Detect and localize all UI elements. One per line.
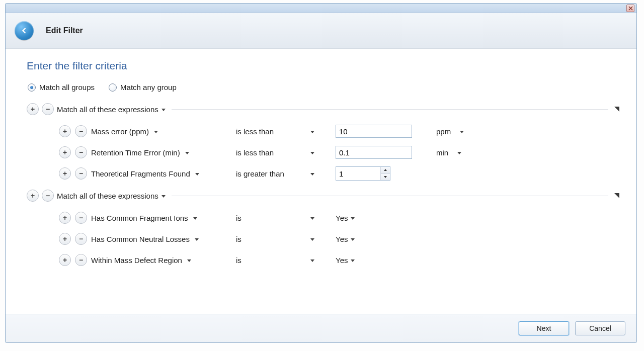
value-input[interactable] <box>336 146 412 159</box>
group-header: +−Match all of these expressions <box>27 102 619 117</box>
operator-dropdown[interactable]: is less than <box>236 148 332 157</box>
page-title: Edit Filter <box>46 26 83 35</box>
chevron-up-icon <box>384 169 387 171</box>
chevron-down-icon[interactable] <box>460 131 464 133</box>
dialog-window: Edit Filter Enter the filter criteria Ma… <box>5 3 637 343</box>
remove-expression-button[interactable]: − <box>75 167 87 180</box>
field-dropdown[interactable]: Has Common Neutral Losses <box>91 235 199 243</box>
resize-handle-icon[interactable] <box>614 107 619 112</box>
add-expression-button[interactable]: + <box>59 167 71 180</box>
field-dropdown[interactable]: Has Common Fragment Ions <box>91 214 197 222</box>
expression-row: +−Retention Time Error (min)is less than… <box>59 142 619 163</box>
value-spinner <box>336 166 390 181</box>
remove-expression-button[interactable]: − <box>75 254 87 266</box>
expression-row: +−Theoretical Fragments Foundis greater … <box>59 163 619 184</box>
expression-group: +−Match all of these expressions+−Has Co… <box>27 188 619 271</box>
back-button[interactable] <box>15 21 34 40</box>
radio-label: Match any group <box>120 83 177 92</box>
titlebar <box>6 4 636 13</box>
match-all-groups-radio[interactable]: Match all groups <box>28 83 95 92</box>
add-expression-button[interactable]: + <box>59 233 71 245</box>
unit-label: min <box>436 148 448 157</box>
field-dropdown[interactable]: Theoretical Fragments Found <box>91 169 199 178</box>
match-any-group-radio[interactable]: Match any group <box>109 83 177 92</box>
operator-dropdown[interactable]: is <box>236 235 332 243</box>
chevron-down-icon <box>154 131 158 133</box>
radio-label: Match all groups <box>39 83 95 92</box>
field-label: Mass error (ppm) <box>91 127 149 136</box>
spinner-up-button[interactable] <box>381 167 390 174</box>
section-title: Enter the filter criteria <box>27 60 619 72</box>
field-label: Has Common Neutral Losses <box>91 235 190 243</box>
field-label: Retention Time Error (min) <box>91 148 180 157</box>
resize-handle-icon[interactable] <box>614 193 619 198</box>
value-dropdown[interactable]: Yes <box>336 235 355 243</box>
add-group-button[interactable]: + <box>27 190 39 202</box>
chevron-down-icon <box>162 195 166 198</box>
expression-rows: +−Has Common Fragment IonsisYes+−Has Com… <box>27 203 619 271</box>
cancel-button[interactable]: Cancel <box>575 321 625 335</box>
chevron-down-icon <box>162 109 166 111</box>
value-label: Yes <box>336 214 348 222</box>
value-dropdown[interactable]: Yes <box>336 214 355 222</box>
chevron-down-icon <box>384 176 387 178</box>
value-dropdown[interactable]: Yes <box>336 256 355 265</box>
field-dropdown[interactable]: Within Mass Defect Region <box>91 256 191 265</box>
chevron-down-icon <box>310 217 314 220</box>
remove-expression-button[interactable]: − <box>75 233 87 245</box>
spinner-down-button[interactable] <box>381 174 390 181</box>
chevron-down-icon <box>310 238 314 241</box>
remove-group-button[interactable]: − <box>42 190 54 202</box>
value-label: Yes <box>336 256 348 265</box>
field-label: Theoretical Fragments Found <box>91 169 190 178</box>
add-expression-button[interactable]: + <box>59 254 71 266</box>
group-mode-label: Match all of these expressions <box>57 192 158 200</box>
operator-dropdown[interactable]: is less than <box>236 127 332 136</box>
next-button[interactable]: Next <box>519 321 569 335</box>
header: Edit Filter <box>6 13 636 49</box>
expression-rows: +−Mass error (ppm)is less thanppm+−Reten… <box>27 117 619 184</box>
operator-dropdown[interactable]: is <box>236 214 332 222</box>
value-label: Yes <box>336 235 348 243</box>
operator-dropdown[interactable]: is greater than <box>236 169 332 178</box>
operator-label: is <box>236 256 242 265</box>
match-mode-radios: Match all groups Match any group <box>27 83 619 92</box>
remove-expression-button[interactable]: − <box>75 125 87 137</box>
add-expression-button[interactable]: + <box>59 146 71 158</box>
remove-expression-button[interactable]: − <box>75 146 87 158</box>
add-expression-button[interactable]: + <box>59 212 71 224</box>
chevron-down-icon[interactable] <box>457 152 461 154</box>
chevron-down-icon <box>310 173 314 176</box>
group-mode-label: Match all of these expressions <box>57 105 158 114</box>
add-expression-button[interactable]: + <box>59 125 71 137</box>
divider <box>172 109 608 110</box>
chevron-down-icon <box>351 217 355 220</box>
expression-row: +−Within Mass Defect RegionisYes <box>59 249 619 271</box>
chevron-down-icon <box>185 152 189 154</box>
field-dropdown[interactable]: Mass error (ppm) <box>91 127 158 136</box>
close-icon[interactable] <box>626 5 634 12</box>
chevron-down-icon <box>351 238 355 241</box>
footer: Next Cancel <box>6 314 636 342</box>
value-input[interactable] <box>336 167 380 180</box>
radio-icon <box>109 83 117 92</box>
operator-label: is less than <box>236 127 274 136</box>
field-dropdown[interactable]: Retention Time Error (min) <box>91 148 189 157</box>
chevron-down-icon <box>351 259 355 262</box>
operator-label: is less than <box>236 148 274 157</box>
remove-group-button[interactable]: − <box>42 103 54 115</box>
chevron-down-icon <box>193 217 197 220</box>
group-mode-dropdown[interactable]: Match all of these expressions <box>57 192 166 200</box>
remove-expression-button[interactable]: − <box>75 212 87 224</box>
add-group-button[interactable]: + <box>27 103 39 115</box>
content-area: Enter the filter criteria Match all grou… <box>6 49 636 294</box>
operator-label: is greater than <box>236 169 284 178</box>
unit-label: ppm <box>436 127 451 136</box>
value-input[interactable] <box>336 125 412 138</box>
operator-dropdown[interactable]: is <box>236 256 332 265</box>
field-label: Has Common Fragment Ions <box>91 214 188 222</box>
radio-icon <box>28 83 36 92</box>
operator-label: is <box>236 214 242 222</box>
field-label: Within Mass Defect Region <box>91 256 182 265</box>
group-mode-dropdown[interactable]: Match all of these expressions <box>57 105 166 114</box>
